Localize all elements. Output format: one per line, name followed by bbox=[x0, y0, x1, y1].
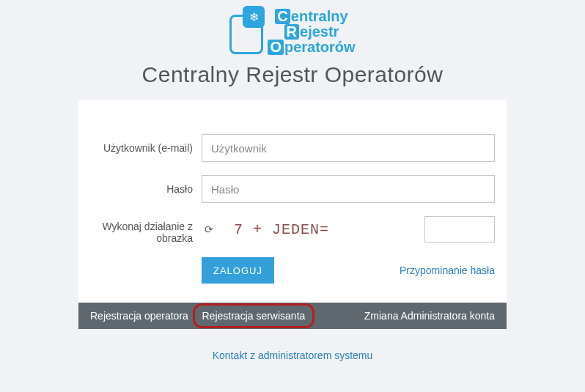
logo-area: ❄ Centralny Rejestr Operatorów bbox=[0, 7, 585, 55]
logo: ❄ Centralny Rejestr Operatorów bbox=[229, 7, 355, 55]
contact-admin-link[interactable]: Kontakt z administratorem systemu bbox=[213, 350, 373, 361]
bottom-bar: Rejestracja operatora | Rejestracja serw… bbox=[78, 303, 507, 329]
logo-text: Centralny Rejestr Operatorów bbox=[268, 7, 355, 55]
password-label: Hasło bbox=[90, 183, 202, 195]
register-servicer-highlight: Rejestracja serwisanta bbox=[193, 303, 315, 328]
captcha-input[interactable] bbox=[424, 216, 495, 243]
register-servicer-link[interactable]: Rejestracja serwisanta bbox=[202, 310, 306, 322]
remind-password-link[interactable]: Przypominanie hasła bbox=[400, 265, 495, 276]
password-row: Hasło bbox=[78, 175, 507, 203]
user-label: Użytkownik (e-mail) bbox=[90, 142, 202, 154]
user-row: Użytkownik (e-mail) bbox=[78, 134, 507, 162]
refresh-icon[interactable]: ⟳ bbox=[205, 223, 213, 235]
page-title: Centralny Rejestr Operatorów bbox=[0, 62, 585, 87]
snowflake-icon: ❄ bbox=[243, 6, 265, 28]
captcha-label: Wykonaj działanie z obrazka bbox=[90, 216, 202, 244]
user-input[interactable] bbox=[202, 134, 495, 162]
action-row: ZALOGUJ Przypominanie hasła bbox=[78, 257, 507, 303]
change-admin-link[interactable]: Zmiana Administratora konta bbox=[364, 310, 495, 322]
register-operator-link[interactable]: Rejestracja operatora bbox=[90, 310, 188, 322]
footer: Kontakt z administratorem systemu bbox=[0, 329, 585, 361]
login-card: Użytkownik (e-mail) Hasło Wykonaj działa… bbox=[78, 100, 507, 329]
captcha-row: Wykonaj działanie z obrazka ⟳ 7 + JEDEN= bbox=[78, 216, 507, 244]
captcha-challenge: 7 + JEDEN= bbox=[234, 221, 329, 238]
password-input[interactable] bbox=[202, 175, 495, 203]
login-button[interactable]: ZALOGUJ bbox=[202, 257, 274, 284]
logo-mark: ❄ bbox=[229, 7, 262, 48]
